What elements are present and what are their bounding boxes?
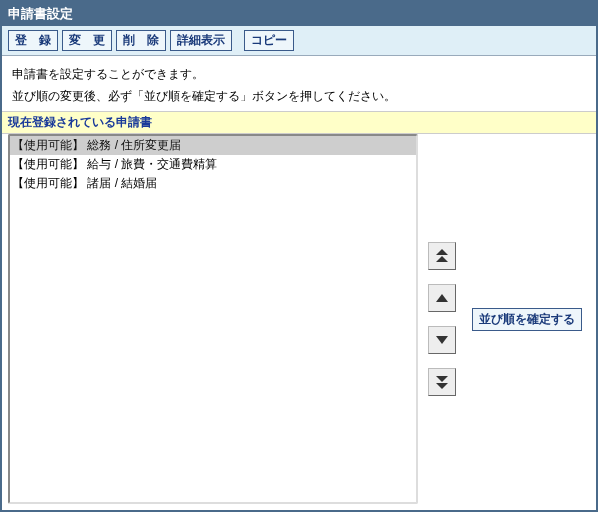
up-icon (436, 294, 448, 302)
list-item[interactable]: 【使用可能】 総務 / 住所変更届 (10, 136, 416, 155)
list-item[interactable]: 【使用可能】 諸届 / 結婚届 (10, 174, 416, 193)
message-area: 申請書を設定することができます。 並び順の変更後、必ず「並び順を確定する」ボタン… (2, 56, 596, 111)
list-title: 現在登録されている申請書 (2, 111, 596, 134)
window-title: 申請書設定 (8, 6, 73, 21)
double-down-icon (436, 375, 448, 389)
svg-marker-1 (436, 256, 448, 262)
svg-marker-3 (436, 336, 448, 344)
message-line-1: 申請書を設定することができます。 (12, 64, 586, 86)
svg-marker-2 (436, 294, 448, 302)
list-item[interactable]: 【使用可能】 給与 / 旅費・交通費精算 (10, 155, 416, 174)
move-up-button[interactable] (428, 284, 456, 312)
move-buttons-column (418, 134, 466, 504)
move-down-button[interactable] (428, 326, 456, 354)
detail-button[interactable]: 詳細表示 (170, 30, 232, 51)
svg-marker-4 (436, 376, 448, 382)
svg-marker-0 (436, 249, 448, 255)
toolbar: 登 録 変 更 削 除 詳細表示 コピー (2, 26, 596, 56)
register-button[interactable]: 登 録 (8, 30, 58, 51)
list-area: 【使用可能】 総務 / 住所変更届【使用可能】 給与 / 旅費・交通費精算【使用… (2, 134, 596, 510)
message-line-2: 並び順の変更後、必ず「並び順を確定する」ボタンを押してください。 (12, 86, 586, 108)
copy-button[interactable]: コピー (244, 30, 294, 51)
edit-button[interactable]: 変 更 (62, 30, 112, 51)
delete-button[interactable]: 削 除 (116, 30, 166, 51)
application-list[interactable]: 【使用可能】 総務 / 住所変更届【使用可能】 給与 / 旅費・交通費精算【使用… (8, 134, 418, 504)
down-icon (436, 336, 448, 344)
confirm-order-button[interactable]: 並び順を確定する (472, 308, 582, 331)
move-top-button[interactable] (428, 242, 456, 270)
title-bar: 申請書設定 (2, 2, 596, 26)
move-bottom-button[interactable] (428, 368, 456, 396)
double-up-icon (436, 249, 448, 263)
svg-marker-5 (436, 383, 448, 389)
